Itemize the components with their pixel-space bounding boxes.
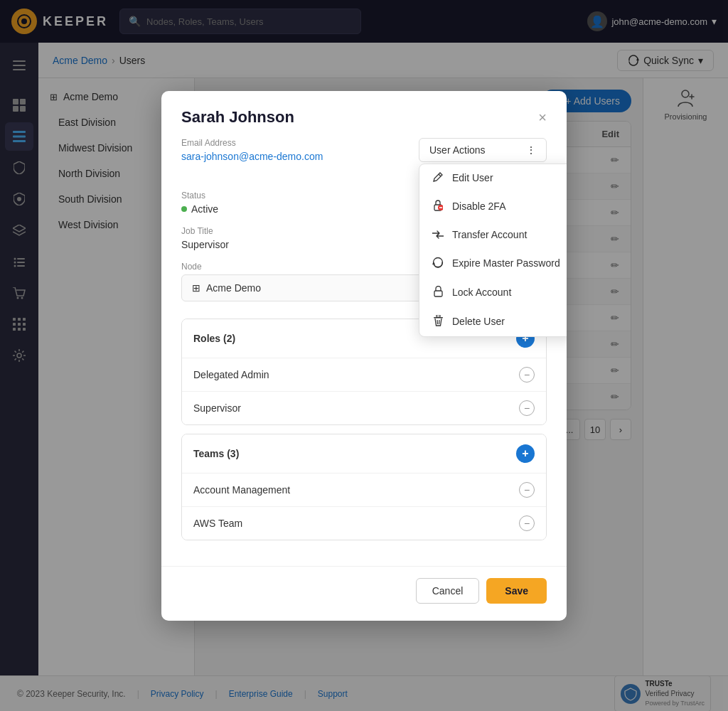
expire-password-label: Expire Master Password (452, 257, 560, 269)
remove-aws-button[interactable]: − (519, 515, 535, 531)
email-label: Email Address (181, 138, 323, 148)
roles-item-supervisor: Supervisor − (182, 392, 546, 424)
node-display-value: Acme Demo (206, 282, 261, 294)
aws-team-label: AWS Team (193, 518, 242, 529)
teams-header-label: Teams (3) (193, 448, 239, 459)
supervisor-label: Supervisor (193, 402, 241, 414)
delegated-admin-label: Delegated Admin (193, 369, 269, 380)
edit-user-label: Edit User (452, 172, 493, 183)
user-detail-modal: Sarah Johnson × Email Address sara-johns… (161, 91, 567, 621)
teams-item-account-mgmt: Account Management − (182, 474, 546, 507)
remove-account-mgmt-button[interactable]: − (519, 482, 535, 498)
status-value: Active (191, 203, 218, 215)
user-actions-label: User Actions (429, 144, 486, 156)
svg-line-43 (437, 320, 438, 324)
disable-2fa-label: Disable 2FA (452, 201, 505, 212)
remove-supervisor-button[interactable]: − (519, 400, 535, 416)
modal-overlay: Sarah Johnson × Email Address sara-johns… (0, 0, 728, 711)
save-button[interactable]: Save (486, 578, 547, 604)
dropdown-edit-user[interactable]: Edit User (419, 164, 567, 192)
account-management-label: Account Management (193, 484, 290, 496)
svg-line-44 (439, 320, 439, 324)
dropdown-transfer-account[interactable]: Transfer Account (419, 221, 567, 249)
cancel-button[interactable]: Cancel (416, 578, 480, 604)
dropdown-lock-account[interactable]: Lock Account (419, 278, 567, 307)
user-actions-dropdown: Edit User Disable 2FA Tran (419, 164, 567, 337)
teams-add-button[interactable]: + (516, 444, 535, 463)
modal-title: Sarah Johnson (181, 108, 294, 127)
delete-user-label: Delete User (452, 316, 505, 327)
edit-user-icon (431, 172, 445, 184)
disable-2fa-icon (431, 200, 445, 213)
user-actions-dots-icon: ⋮ (526, 144, 536, 156)
node-grid-icon: ⊞ (192, 282, 200, 294)
dropdown-delete-user[interactable]: Delete User (419, 307, 567, 336)
dropdown-disable-2fa[interactable]: Disable 2FA (419, 192, 567, 221)
svg-marker-39 (432, 262, 435, 264)
email-value: sara-johnson@acme-demo.com (181, 151, 323, 162)
expire-password-icon (431, 257, 445, 270)
roles-header-label: Roles (2) (193, 333, 235, 344)
lock-account-label: Lock Account (452, 287, 511, 298)
transfer-account-label: Transfer Account (452, 229, 527, 240)
svg-rect-40 (434, 291, 442, 296)
dropdown-expire-password[interactable]: Expire Master Password (419, 249, 567, 278)
modal-close-button[interactable]: × (538, 110, 547, 124)
svg-rect-42 (437, 315, 440, 317)
teams-section-header: Teams (3) + (182, 434, 546, 474)
email-actions-row: Email Address sara-johnson@acme-demo.com… (181, 138, 547, 176)
modal-header: Sarah Johnson × (161, 91, 567, 138)
status-dot-icon (181, 206, 187, 212)
lock-account-icon (431, 286, 445, 299)
roles-item-delegated: Delegated Admin − (182, 358, 546, 392)
user-actions-button[interactable]: User Actions ⋮ (419, 138, 547, 162)
email-section: Email Address sara-johnson@acme-demo.com (181, 138, 323, 162)
teams-section: Teams (3) + Account Management − AWS Tea… (181, 434, 547, 540)
delete-user-icon (431, 315, 445, 328)
teams-item-aws: AWS Team − (182, 507, 546, 540)
user-actions-area: User Actions ⋮ Edit User (419, 138, 547, 162)
modal-body: Email Address sara-johnson@acme-demo.com… (161, 138, 567, 566)
svg-line-34 (439, 174, 441, 176)
modal-footer: Cancel Save (161, 566, 567, 621)
transfer-account-icon (431, 229, 445, 241)
remove-delegated-button[interactable]: − (519, 367, 535, 383)
